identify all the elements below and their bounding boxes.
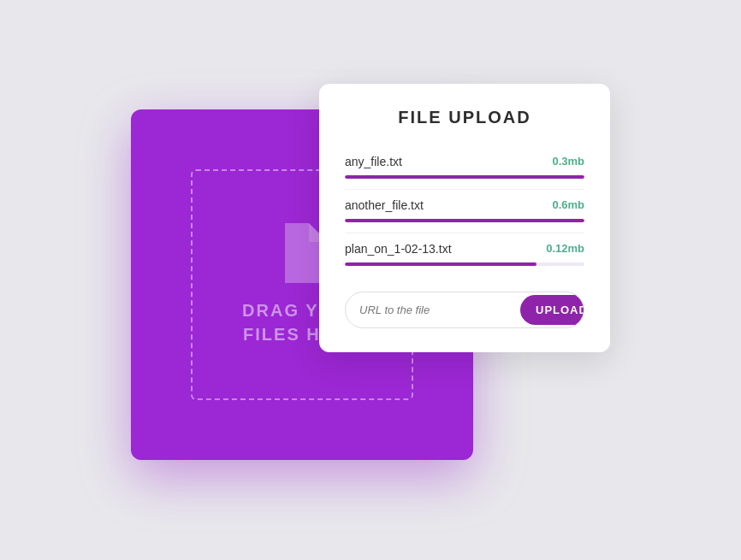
file-name: another_file.txt: [345, 198, 424, 212]
progress-bar-bg: [345, 219, 584, 222]
file-size: 0.3mb: [552, 155, 584, 168]
upload-button[interactable]: UPLOAD: [520, 295, 584, 325]
file-size: 0.6mb: [552, 198, 584, 211]
list-item: another_file.txt 0.6mb: [345, 190, 584, 233]
progress-bar-fill: [345, 262, 536, 266]
progress-bar-bg: [345, 262, 584, 266]
url-input[interactable]: [346, 295, 518, 325]
progress-bar-fill: [345, 219, 584, 222]
panel-title: FILE UPLOAD: [345, 108, 584, 127]
file-name: any_file.txt: [345, 155, 402, 168]
file-name: plan_on_1-02-13.txt: [345, 242, 452, 256]
url-section: UPLOAD: [345, 292, 584, 328]
file-size: 0.12mb: [546, 242, 584, 255]
upload-panel: FILE UPLOAD any_file.txt 0.3mb another_f…: [319, 84, 610, 352]
list-item: any_file.txt 0.3mb: [345, 146, 584, 190]
scene: DRAG YOUR FILES HERE FILE UPLOAD any_fil…: [131, 84, 610, 477]
file-list: any_file.txt 0.3mb another_file.txt 0.6m…: [345, 146, 584, 276]
list-item: plan_on_1-02-13.txt 0.12mb: [345, 233, 584, 276]
progress-bar-fill: [345, 175, 584, 179]
progress-bar-bg: [345, 175, 584, 179]
